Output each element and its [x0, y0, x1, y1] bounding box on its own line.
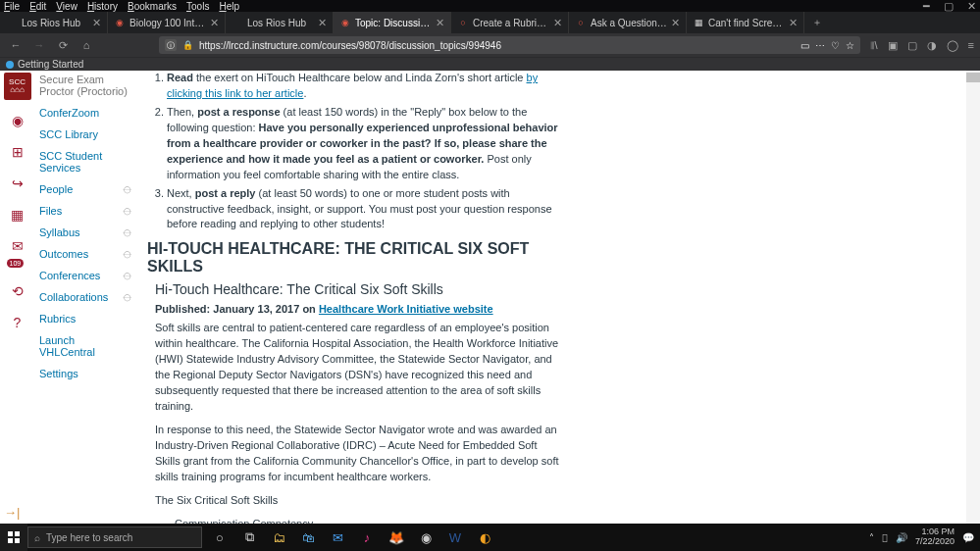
rail-account-icon[interactable]: ◉	[7, 110, 28, 131]
skill-item: Communication Competency	[175, 517, 559, 524]
menu-tools[interactable]: Tools	[186, 1, 209, 12]
extension-icon[interactable]: ◑	[927, 39, 937, 52]
tab-close-icon[interactable]: ✕	[436, 17, 444, 29]
other-app-icon[interactable]: ◐	[475, 527, 494, 547]
nav-item-library[interactable]: SCC Library	[35, 124, 133, 145]
clock-date: 7/22/2020	[915, 537, 954, 547]
content-scrollbar[interactable]	[966, 71, 980, 524]
bookmark-favicon-icon	[6, 61, 14, 69]
url-field[interactable]: ⓘ 🔒 https://lrccd.instructure.com/course…	[159, 36, 860, 54]
tab-title: Can't find Screenshots folder a	[708, 18, 785, 28]
menu-edit[interactable]: Edit	[29, 1, 46, 12]
menu-help[interactable]: Help	[219, 1, 239, 12]
store-icon[interactable]: 🛍	[298, 527, 318, 547]
rail-courses-icon[interactable]: ↪	[7, 173, 28, 194]
screenshot-icon[interactable]: ▢	[907, 39, 917, 52]
start-button[interactable]	[0, 524, 27, 551]
tab-close-icon[interactable]: ✕	[210, 17, 219, 29]
favicon-icon: ◉	[114, 17, 126, 28]
nav-item-collaborations[interactable]: Collaborations⦵	[35, 286, 133, 308]
tab-close-icon[interactable]: ✕	[92, 17, 101, 29]
bookmarks-toolbar: Getting Started	[0, 57, 980, 71]
nav-back-button[interactable]: ←	[6, 39, 26, 51]
window-minimize[interactable]: ━	[923, 0, 930, 13]
window-close[interactable]: ✕	[967, 0, 976, 13]
nav-item-vhlcentral[interactable]: Launch VHLCentral	[35, 329, 133, 363]
window-maximize[interactable]: ▢	[944, 0, 954, 13]
instruction-item: Next, post a reply (at least 50 words) t…	[167, 186, 559, 233]
nav-item-conferzoom[interactable]: ConferZoom	[35, 102, 133, 124]
url-text: https://lrccd.instructure.com/courses/98…	[199, 40, 501, 51]
tray-chevron-icon[interactable]: ˄	[869, 532, 874, 543]
rail-inbox[interactable]: ✉ 109	[7, 235, 28, 271]
windows-logo-icon	[8, 531, 20, 543]
nav-item-outcomes[interactable]: Outcomes⦵	[35, 243, 133, 265]
nav-item-syllabus[interactable]: Syllabus⦵	[35, 222, 133, 243]
rail-calendar-icon[interactable]: ▦	[7, 204, 28, 225]
healthcare-link[interactable]: Healthcare Work Initiative website	[319, 303, 493, 315]
tray-network-icon[interactable]: ⌷	[882, 532, 888, 543]
nav-item-rubrics[interactable]: Rubrics	[35, 308, 133, 329]
tray-clock[interactable]: 1:06 PM 7/22/2020	[915, 527, 954, 547]
nav-item-student-services[interactable]: SCC Student Services	[35, 145, 133, 178]
explorer-icon[interactable]: 🗂	[269, 527, 288, 547]
nav-item-settings[interactable]: Settings	[35, 363, 133, 384]
canvas-logo[interactable]: SCC ⌂⌂⌂	[4, 73, 31, 100]
browser-tab[interactable]: ◉Biology 100 Intro. to Concepts✕	[108, 12, 226, 33]
firefox-icon[interactable]: 🦊	[387, 527, 406, 547]
tab-close-icon[interactable]: ✕	[671, 17, 680, 29]
nav-reload-button[interactable]: ⟳	[53, 39, 73, 52]
taskview-icon[interactable]: ⧉	[239, 527, 259, 547]
menu-view[interactable]: View	[56, 1, 77, 12]
tab-title: Ask a Question | Canvas LMS C	[591, 18, 667, 28]
itunes-icon[interactable]: ♪	[357, 527, 377, 547]
tray-volume-icon[interactable]: 🔊	[896, 532, 907, 543]
mail-icon[interactable]: ✉	[328, 527, 347, 547]
menu-bookmarks[interactable]: Bookmarks	[128, 1, 177, 12]
nav-forward-button[interactable]: →	[29, 39, 49, 51]
expand-sidebar-icon[interactable]: →|	[4, 505, 20, 520]
url-dots-icon[interactable]: ⋯	[815, 40, 825, 51]
nav-item-conferences[interactable]: Conferences⦵	[35, 265, 133, 286]
browser-tab[interactable]: ○Ask a Question | Canvas LMS C✕	[569, 12, 687, 33]
paragraph: In response to this need, the Statewide …	[155, 423, 559, 485]
scrollbar-thumb[interactable]	[966, 73, 980, 82]
rail-history-icon[interactable]: ⟲	[7, 280, 28, 302]
rail-dashboard-icon[interactable]: ⊞	[7, 141, 28, 163]
site-info-icon[interactable]: ⓘ	[165, 39, 177, 51]
search-placeholder: Type here to search	[46, 532, 132, 543]
app-menu-icon[interactable]: ≡	[968, 39, 974, 52]
cortana-icon[interactable]: ○	[210, 527, 230, 547]
browser-tab-active[interactable]: ◉Topic: Discussion Assignment✕	[334, 12, 451, 33]
tab-close-icon[interactable]: ✕	[789, 17, 798, 29]
menu-history[interactable]: History	[87, 1, 118, 12]
new-tab-button[interactable]: ＋	[804, 16, 830, 29]
bold-text: post a response	[197, 106, 280, 118]
chrome-icon[interactable]: ◉	[416, 527, 436, 547]
hidden-icon: ⦵	[123, 271, 131, 282]
library-icon[interactable]: ⫴\	[870, 39, 878, 52]
account-icon[interactable]: ◯	[947, 39, 958, 52]
nav-item-people[interactable]: People⦵	[35, 178, 133, 200]
browser-tab[interactable]: ○Create a Rubric: Canvas Instru✕	[451, 12, 569, 33]
content-heading-1: HI-TOUCH HEALTHCARE: THE CRITICAL SIX SO…	[147, 240, 559, 276]
sidebar-icon[interactable]: ▣	[888, 39, 898, 52]
browser-tab[interactable]: ▦Can't find Screenshots folder a✕	[687, 12, 804, 33]
tab-close-icon[interactable]: ✕	[318, 17, 327, 29]
menu-file[interactable]: File	[4, 1, 20, 12]
content-heading-2: Hi-Touch Healthcare: The Critical Six So…	[155, 281, 559, 297]
pocket-icon[interactable]: ♡	[831, 40, 840, 51]
taskbar-search[interactable]: ⌕ Type here to search	[27, 526, 202, 548]
rail-help-icon[interactable]: ?	[7, 312, 28, 333]
nav-home-button[interactable]: ⌂	[77, 39, 96, 51]
bookmark-star-icon[interactable]: ☆	[846, 40, 854, 51]
browser-tab[interactable]: Los Rios Hub✕	[0, 12, 108, 33]
nav-label: Files	[39, 205, 62, 217]
tray-notifications-icon[interactable]: 💬	[962, 532, 974, 543]
word-icon[interactable]: W	[445, 527, 465, 547]
browser-tab[interactable]: Los Rios Hub✕	[226, 12, 334, 33]
nav-item-proctorio[interactable]: Secure Exam Proctor (Proctorio)	[35, 69, 133, 102]
tab-close-icon[interactable]: ✕	[553, 17, 562, 29]
reader-icon[interactable]: ▭	[800, 40, 809, 51]
nav-item-files[interactable]: Files⦵	[35, 200, 133, 222]
